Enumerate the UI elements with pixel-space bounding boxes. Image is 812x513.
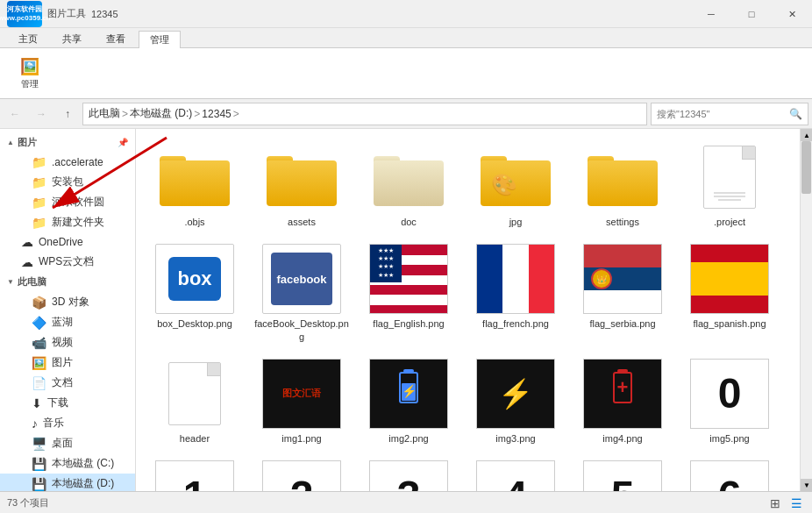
list-item[interactable]: 6 img11.png: [678, 454, 781, 491]
scroll-up[interactable]: ▲: [801, 129, 812, 141]
search-box[interactable]: 🔍: [651, 103, 808, 125]
list-item[interactable]: 1 img6.png: [143, 454, 246, 491]
scroll-thumb[interactable]: [801, 141, 811, 194]
flag-us: ★★★★★★★★★★★★: [369, 244, 448, 314]
tab-manage[interactable]: 管理: [139, 31, 181, 48]
list-item[interactable]: doc: [357, 136, 460, 234]
folder-body: [267, 160, 337, 206]
list-item[interactable]: ★★★★★★★★★★★★ flag_English.png: [357, 238, 460, 349]
pinned-group-label: 图片: [18, 136, 37, 149]
search-input[interactable]: [657, 109, 786, 119]
num-thumb-3: 3: [369, 460, 448, 491]
list-item[interactable]: .objs: [143, 136, 246, 234]
file-name: faceBook_Desktop.png: [254, 317, 349, 343]
close-button[interactable]: ✕: [772, 0, 812, 28]
num-thumb-4: 4: [476, 460, 555, 491]
sidebar-item-video[interactable]: 📹 视频: [0, 332, 135, 353]
path-pc[interactable]: 此电脑: [89, 106, 120, 121]
sidebar-group-pinned[interactable]: ▲ 图片 📌: [0, 132, 135, 153]
list-item[interactable]: + img4.png: [571, 353, 674, 451]
svg-text:⚡: ⚡: [402, 384, 417, 399]
list-item[interactable]: facebook faceBook_Desktop.png: [250, 238, 353, 349]
sidebar-item-downloads[interactable]: ⬇ 下载: [0, 393, 135, 413]
list-item[interactable]: 🎨 jpg: [464, 136, 567, 234]
sidebar-item-3d[interactable]: 📦 3D 对象: [0, 292, 135, 312]
list-item[interactable]: 4 img9.png: [464, 454, 567, 491]
scrollbar[interactable]: ▲ ▼: [800, 129, 812, 491]
list-item[interactable]: 2 img7.png: [250, 454, 353, 491]
file-thumbnail-flag-es: [690, 244, 769, 314]
sidebar-item-hedong[interactable]: 📁 河东软件圆: [0, 192, 135, 212]
file-name: assets: [288, 216, 316, 228]
list-item[interactable]: ⚡ img3.png: [464, 353, 567, 451]
list-item[interactable]: 图文汇语 img1.png: [250, 353, 353, 451]
list-item[interactable]: 3 img8.png: [357, 454, 460, 491]
sidebar-item-pictures[interactable]: 🖼️ 图片: [0, 353, 135, 373]
sidebar-item-drive-d[interactable]: 💾 本地磁盘 (D:): [0, 474, 135, 491]
folder-icon-docs: 📄: [32, 376, 46, 390]
sidebar-label-3d: 3D 对象: [52, 295, 89, 310]
img1-text: 图文汇语: [279, 383, 324, 403]
view-btn-grid[interactable]: ⊞: [766, 495, 784, 511]
list-item[interactable]: settings: [571, 136, 674, 234]
folder-icon-doc: [374, 149, 444, 206]
sidebar-item-desktop[interactable]: 🖥️ 桌面: [0, 433, 135, 453]
list-item[interactable]: flag_french.png: [464, 238, 567, 349]
list-item[interactable]: 0 img5.png: [678, 353, 781, 451]
scroll-down[interactable]: ▼: [801, 479, 812, 491]
sidebar-group-pc[interactable]: ▼ 此电脑: [0, 272, 135, 292]
file-thumbnail-img1: 图文汇语: [262, 359, 341, 429]
sidebar-item-lanhu[interactable]: 🔷 蓝湖: [0, 312, 135, 332]
list-item[interactable]: box box_Desktop.png: [143, 238, 246, 349]
file-name: img1.png: [281, 432, 321, 445]
ribbon-btn-manage[interactable]: 🖼️ 管理: [12, 55, 47, 92]
up-button[interactable]: ↑: [56, 103, 79, 125]
path-sep1: >: [122, 108, 128, 120]
list-item[interactable]: header: [143, 353, 246, 451]
sidebar-label-install: 安装包: [52, 175, 83, 189]
sidebar-item-accelerate[interactable]: 📁 .accelerate: [0, 153, 135, 172]
list-item[interactable]: 👑 flag_serbia.png: [571, 238, 674, 349]
file-thumbnail-img9: 4: [476, 460, 555, 491]
file-thumbnail-flag-sr: 👑: [583, 244, 662, 314]
back-button[interactable]: ←: [4, 103, 26, 125]
list-item[interactable]: assets: [250, 136, 353, 234]
folder-icon-desktop: 🖥️: [32, 437, 46, 451]
path-folder[interactable]: 12345: [202, 108, 231, 120]
file-thumbnail-settings: [583, 142, 662, 212]
sidebar-item-music[interactable]: ♪ 音乐: [0, 413, 135, 433]
es-red-top: [691, 245, 768, 262]
dark-thumb-img2: ⚡: [369, 359, 448, 429]
tab-view[interactable]: 查看: [95, 30, 137, 47]
app-icon-lanhu: 🔷: [32, 316, 46, 330]
tab-share[interactable]: 共享: [51, 30, 93, 47]
minimize-button[interactable]: ─: [691, 0, 731, 28]
sidebar-label-accelerate: .accelerate: [52, 156, 103, 168]
list-item[interactable]: flag_spanish.png: [678, 238, 781, 349]
dark-thumb-img4: +: [583, 359, 662, 429]
sidebar-item-wps[interactable]: ☁ WPS云文档: [0, 252, 135, 272]
stripe-r4: [370, 305, 448, 314]
forward-button[interactable]: →: [30, 103, 53, 125]
tab-home[interactable]: 主页: [7, 30, 49, 47]
address-path[interactable]: 此电脑 > 本地磁盘 (D:) > 12345 >: [82, 103, 647, 125]
sidebar-item-new-folder[interactable]: 📁 新建文件夹: [0, 212, 135, 232]
maximize-button[interactable]: □: [731, 0, 772, 28]
file-thumbnail-img6: 1: [155, 460, 234, 491]
list-item[interactable]: 5 img10.png: [571, 454, 674, 491]
file-name: settings: [606, 216, 639, 228]
file-thumbnail-flag-fr: [476, 244, 555, 314]
sidebar-item-onedrive[interactable]: ☁ OneDrive: [0, 232, 135, 252]
page-icon-project: [703, 146, 756, 209]
list-item[interactable]: .project: [678, 136, 781, 234]
sidebar-item-drive-c[interactable]: 💾 本地磁盘 (C:): [0, 453, 135, 474]
sidebar-item-docs[interactable]: 📄 文档: [0, 373, 135, 393]
folder-body: 🎨: [481, 160, 551, 206]
list-item[interactable]: ⚡ img2.png: [357, 353, 460, 451]
pc-group-label: 此电脑: [18, 275, 46, 289]
view-btn-detail[interactable]: ☰: [787, 495, 805, 511]
path-drive[interactable]: 本地磁盘 (D:): [130, 106, 192, 121]
box-thumbnail: box: [155, 244, 234, 314]
svg-text:+: +: [617, 376, 629, 398]
sidebar-item-install[interactable]: 📁 安装包: [0, 172, 135, 192]
